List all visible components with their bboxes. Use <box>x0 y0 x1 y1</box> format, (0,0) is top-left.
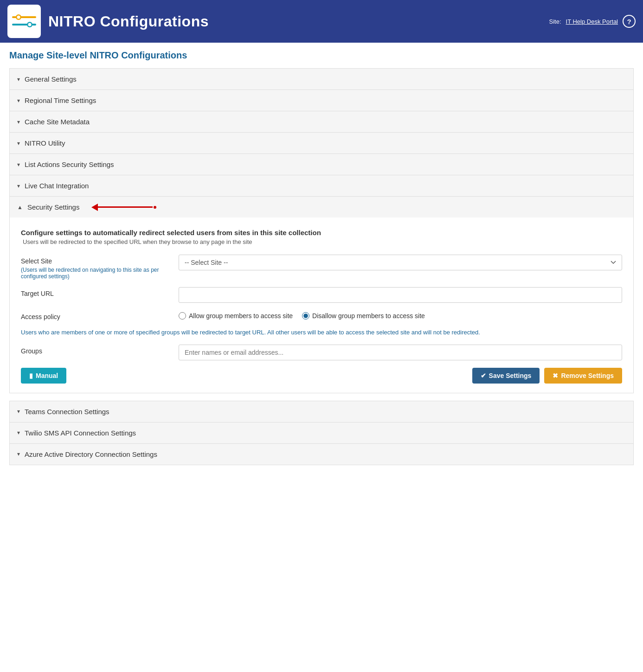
accordion-item-teams: ▾ Teams Connection Settings <box>9 401 634 422</box>
app-header: NITRO Configurations Site: IT Help Desk … <box>0 0 643 43</box>
svg-point-5 <box>28 23 32 26</box>
help-button[interactable]: ? <box>623 15 636 28</box>
remove-label: Remove Settings <box>561 372 614 379</box>
accordion-label-twilio: Twilio SMS API Connection Settings <box>25 429 136 437</box>
accordion-label-live-chat: Live Chat Integration <box>25 182 89 190</box>
accordion-header-cache[interactable]: ▾ Cache Site Metadata <box>10 111 633 132</box>
security-settings-panel: Configure settings to automatically redi… <box>9 218 634 393</box>
remove-icon: ✖ <box>553 372 558 379</box>
radio-disallow-text: Disallow group members to access site <box>312 312 425 320</box>
radio-group: Allow group members to access site Disal… <box>179 310 622 320</box>
target-url-row: Target URL <box>21 287 622 303</box>
target-url-control <box>179 287 622 303</box>
radio-disallow[interactable] <box>302 312 309 320</box>
header-right: Site: IT Help Desk Portal ? <box>549 15 636 28</box>
page-heading: Manage Site-level NITRO Configurations <box>9 50 634 61</box>
select-site-sublabel: (Users will be redirected on navigating … <box>21 267 179 280</box>
accordion-header-security[interactable]: ▲ Security Settings <box>10 197 633 218</box>
svg-rect-3 <box>12 24 36 26</box>
groups-label: Groups <box>21 345 179 355</box>
accordion-header-utility[interactable]: ▾ NITRO Utility <box>10 133 633 154</box>
chevron-azure: ▾ <box>17 451 20 457</box>
accordion-item-utility: ▾ NITRO Utility <box>9 132 634 154</box>
select-site-control: -- Select Site -- <box>179 255 622 270</box>
select-site-row: Select Site (Users will be redirected on… <box>21 255 622 280</box>
red-arrow-annotation <box>91 204 156 211</box>
accordion-header-general[interactable]: ▾ General Settings <box>10 69 633 90</box>
save-icon: ✔ <box>481 372 486 379</box>
groups-row: Groups <box>21 345 622 360</box>
select-site-label: Select Site <box>21 257 179 265</box>
accordion-label-azure: Azure Active Directory Connection Settin… <box>25 450 157 458</box>
chevron-regional: ▾ <box>17 97 20 104</box>
chevron-security: ▲ <box>17 204 23 211</box>
save-label: Save Settings <box>489 372 532 379</box>
remove-settings-button[interactable]: ✖ Remove Settings <box>544 368 622 384</box>
app-title: NITRO Configurations <box>48 13 209 30</box>
accordion-header-azure[interactable]: ▾ Azure Active Directory Connection Sett… <box>10 444 633 465</box>
accordion-item-general: ▾ General Settings <box>9 68 634 90</box>
manual-button[interactable]: ▮ Manual <box>21 368 66 384</box>
accordion-label-list-actions: List Actions Security Settings <box>25 160 114 168</box>
site-link[interactable]: IT Help Desk Portal <box>566 18 618 25</box>
chevron-live-chat: ▾ <box>17 183 20 189</box>
accordion-item-azure: ▾ Azure Active Directory Connection Sett… <box>9 443 634 465</box>
chevron-general: ▾ <box>17 76 20 83</box>
svg-point-2 <box>17 16 20 19</box>
right-buttons: ✔ Save Settings ✖ Remove Settings <box>472 368 622 384</box>
accordion-label-security: Security Settings <box>27 203 80 211</box>
accordion-item-live-chat: ▾ Live Chat Integration <box>9 175 634 196</box>
accordion-header-live-chat[interactable]: ▾ Live Chat Integration <box>10 175 633 196</box>
accordion-header-teams[interactable]: ▾ Teams Connection Settings <box>10 401 633 422</box>
groups-control <box>179 345 622 360</box>
select-site-dropdown[interactable]: -- Select Site -- <box>179 255 622 270</box>
accordion-label-utility: NITRO Utility <box>25 139 65 147</box>
radio-allow[interactable] <box>179 312 186 320</box>
chevron-teams: ▾ <box>17 408 20 415</box>
radio-allow-text: Allow group members to access site <box>189 312 293 320</box>
chevron-utility: ▾ <box>17 140 20 147</box>
accordion-header-twilio[interactable]: ▾ Twilio SMS API Connection Settings <box>10 422 633 443</box>
accordion-item-cache: ▾ Cache Site Metadata <box>9 111 634 132</box>
app-logo <box>7 5 41 38</box>
manual-icon: ▮ <box>29 372 33 379</box>
access-policy-row: Access policy Allow group members to acc… <box>21 310 622 320</box>
accordion-header-regional[interactable]: ▾ Regional Time Settings <box>10 90 633 111</box>
target-url-label: Target URL <box>21 287 179 297</box>
access-policy-control: Allow group members to access site Disal… <box>179 310 622 320</box>
manual-label: Manual <box>36 372 58 379</box>
accordion-label-regional: Regional Time Settings <box>25 96 96 104</box>
select-site-label-area: Select Site (Users will be redirected on… <box>21 255 179 280</box>
configure-title: Configure settings to automatically redi… <box>21 229 622 237</box>
accordion-label-general: General Settings <box>25 75 77 83</box>
buttons-row: ▮ Manual ✔ Save Settings ✖ Remove Settin… <box>21 368 622 384</box>
chevron-list-actions: ▾ <box>17 161 20 168</box>
accordion-list: ▾ General Settings ▾ Regional Time Setti… <box>9 68 634 393</box>
accordion-item-twilio: ▾ Twilio SMS API Connection Settings <box>9 422 634 443</box>
radio-disallow-label[interactable]: Disallow group members to access site <box>302 312 425 320</box>
access-policy-info: Users who are members of one or more of … <box>21 328 622 337</box>
configure-description: Configure settings to automatically redi… <box>21 229 622 245</box>
save-settings-button[interactable]: ✔ Save Settings <box>472 368 540 384</box>
bottom-accordion-list: ▾ Teams Connection Settings ▾ Twilio SMS… <box>9 401 634 465</box>
access-policy-label: Access policy <box>21 310 179 320</box>
accordion-header-list-actions[interactable]: ▾ List Actions Security Settings <box>10 154 633 175</box>
chevron-twilio: ▾ <box>17 429 20 436</box>
accordion-label-teams: Teams Connection Settings <box>25 408 109 416</box>
accordion-item-regional: ▾ Regional Time Settings <box>9 90 634 111</box>
chevron-cache: ▾ <box>17 119 20 125</box>
radio-allow-label[interactable]: Allow group members to access site <box>179 312 293 320</box>
page-content: Manage Site-level NITRO Configurations ▾… <box>0 43 643 473</box>
site-label: Site: <box>549 18 561 25</box>
accordion-label-cache: Cache Site Metadata <box>25 118 90 126</box>
configure-subtitle: Users will be redirected to the specifie… <box>23 238 622 245</box>
target-url-input[interactable] <box>179 287 622 303</box>
svg-rect-0 <box>12 16 36 18</box>
accordion-item-list-actions: ▾ List Actions Security Settings <box>9 154 634 175</box>
groups-input[interactable] <box>179 345 622 360</box>
accordion-item-security: ▲ Security Settings <box>9 196 634 218</box>
